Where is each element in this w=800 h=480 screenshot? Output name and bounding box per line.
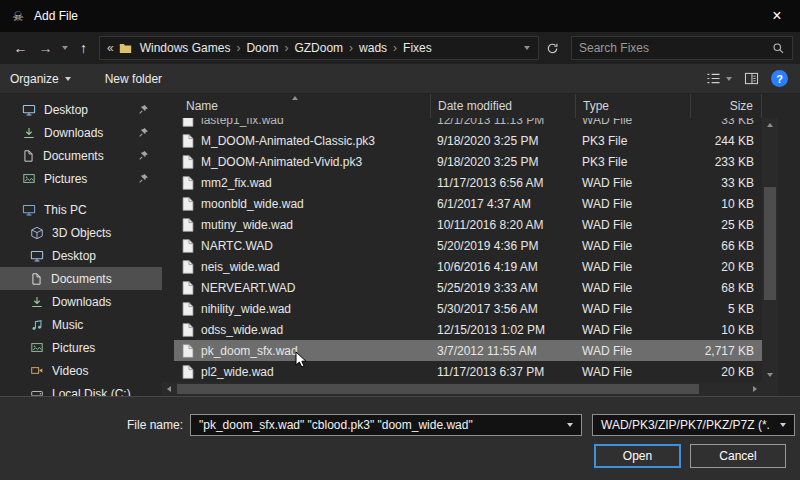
column-header-size[interactable]: Size [690, 94, 762, 118]
file-date: 11/17/2013 6:56 AM [430, 176, 575, 190]
breadcrumb-segment[interactable]: wads [353, 41, 393, 55]
table-row-selected[interactable]: pk_doom_sfx.wad3/7/2012 11:55 AMWAD File… [174, 340, 762, 361]
file-type-value[interactable]: WAD/PK3/ZIP/PK7/PKZ/P7Z (*. [593, 418, 772, 432]
pin-icon [138, 150, 149, 161]
file-size: 33 KB [690, 118, 762, 127]
close-button[interactable]: × [754, 0, 800, 32]
chevron-left-icon [167, 386, 171, 392]
table-row[interactable]: NERVEART.WAD5/25/2019 3:33 AMWAD File68 … [174, 277, 762, 298]
preview-pane-button[interactable] [744, 72, 759, 85]
sidebar-item-this-pc[interactable]: This PC [0, 198, 162, 221]
sidebar-item-pictures[interactable]: Pictures [0, 167, 162, 190]
view-list-icon [706, 72, 721, 85]
file-type-dropdown-button[interactable] [772, 423, 794, 427]
file-list-pane: Name Date modified Type Size lastep1_fix… [162, 94, 778, 396]
file-type: WAD File [575, 176, 690, 190]
table-row[interactable]: neis_wide.wad10/6/2016 4:19 AMWAD File20… [174, 256, 762, 277]
sidebar-item-local-disk-c[interactable]: Local Disk (C:) [0, 382, 162, 396]
table-row[interactable]: NARTC.WAD5/20/2019 4:36 PMWAD File66 KB [174, 235, 762, 256]
file-name: NARTC.WAD [201, 239, 273, 253]
breadcrumb-segment[interactable]: Fixes [397, 41, 438, 55]
sidebar-item-videos[interactable]: Videos [0, 359, 162, 382]
breadcrumb-segment[interactable]: Windows Games [134, 41, 237, 55]
recent-locations-button[interactable] [58, 35, 71, 61]
table-row[interactable]: moonbld_wide.wad6/1/2017 4:37 AMWAD File… [174, 193, 762, 214]
file-size: 25 KB [690, 218, 762, 232]
refresh-button[interactable] [539, 35, 565, 61]
scroll-up-button[interactable] [762, 118, 778, 132]
back-button[interactable]: ← [8, 35, 33, 61]
file-type-combobox[interactable]: WAD/PK3/ZIP/PK7/PKZ/P7Z (*. [592, 414, 795, 436]
sidebar-item-label: Downloads [44, 126, 103, 140]
address-dropdown-button[interactable] [516, 46, 538, 50]
file-size: 244 KB [690, 134, 762, 148]
file-name-dropdown-button[interactable] [559, 423, 581, 427]
file-size: 20 KB [690, 365, 762, 379]
cancel-button[interactable]: Cancel [690, 444, 786, 468]
title-bar: ☠ Add File × [0, 0, 800, 32]
up-button[interactable]: ↑ [71, 35, 96, 61]
sidebar-item-downloads[interactable]: Downloads [0, 121, 162, 144]
table-row[interactable]: mutiny_wide.wad10/11/2016 8:20 AMWAD Fil… [174, 214, 762, 235]
search-input[interactable] [579, 41, 772, 55]
file-size: 10 KB [690, 197, 762, 211]
sidebar-item-label: Music [52, 318, 83, 332]
file-icon [182, 155, 194, 169]
open-button[interactable]: Open [594, 444, 681, 468]
folder-icon [119, 42, 134, 54]
table-row[interactable]: M_DOOM-Animated-Vivid.pk39/18/2020 3:25 … [174, 151, 762, 172]
table-row[interactable]: nihility_wide.wad5/30/2017 3:56 AMWAD Fi… [174, 298, 762, 319]
desktop-icon [30, 249, 44, 263]
documents-icon [22, 149, 35, 163]
breadcrumb-segment[interactable]: Doom [240, 41, 284, 55]
chevron-down-icon [65, 77, 71, 81]
sidebar-item-desktop-pc[interactable]: Desktop [0, 244, 162, 267]
sidebar-item-pictures-pc[interactable]: Pictures [0, 336, 162, 359]
file-icon [182, 197, 194, 211]
file-icon [182, 344, 194, 358]
sidebar-item-documents-pc[interactable]: Documents [0, 267, 162, 290]
search-box[interactable] [571, 36, 793, 60]
file-type: WAD File [575, 239, 690, 253]
window-title: Add File [34, 9, 78, 23]
sidebar-item-3d-objects[interactable]: 3D Objects [0, 221, 162, 244]
sidebar-item-music[interactable]: Music [0, 313, 162, 336]
horizontal-scroll-thumb[interactable] [177, 384, 699, 394]
chevron-down-icon [62, 46, 68, 50]
column-header-type[interactable]: Type [575, 94, 690, 118]
sidebar-item-desktop[interactable]: Desktop [0, 98, 162, 121]
breadcrumb[interactable]: « Windows Games › Doom › GZDoom › wads ›… [99, 36, 539, 60]
table-row[interactable]: odss_wide.wad12/15/2013 1:02 PMWAD File1… [174, 319, 762, 340]
sort-ascending-icon [292, 96, 298, 100]
change-view-button[interactable] [706, 72, 732, 85]
file-name-value[interactable]: "pk_doom_sfx.wad" "cblood.pk3" "doom_wid… [191, 418, 559, 432]
forward-button[interactable]: → [33, 35, 58, 61]
breadcrumb-segment[interactable]: GZDoom [288, 41, 349, 55]
vertical-scroll-thumb[interactable] [764, 187, 776, 300]
horizontal-scrollbar[interactable] [162, 382, 762, 396]
table-row[interactable]: M_DOOM-Animated-Classic.pk39/18/2020 3:2… [174, 130, 762, 151]
scroll-down-button[interactable] [762, 368, 778, 382]
help-button[interactable]: ? [771, 70, 788, 87]
file-date: 9/18/2020 3:25 PM [430, 134, 575, 148]
sidebar-item-label: Documents [43, 149, 104, 163]
column-header-date-modified[interactable]: Date modified [430, 94, 575, 118]
search-icon [772, 42, 785, 55]
vertical-scrollbar[interactable] [762, 118, 778, 382]
file-type: WAD File [575, 197, 690, 211]
table-row[interactable]: pl2_wide.wad11/17/2013 6:37 PMWAD File20… [174, 361, 762, 382]
table-row[interactable]: lastep1_fix.wad12/1/2013 11:13 PMWAD Fil… [174, 118, 762, 130]
cube-icon [30, 226, 44, 240]
pictures-icon [22, 172, 36, 185]
scroll-right-button[interactable] [748, 382, 762, 396]
table-row[interactable]: mm2_fix.wad11/17/2013 6:56 AMWAD File33 … [174, 172, 762, 193]
sidebar-item-documents[interactable]: Documents [0, 144, 162, 167]
new-folder-button[interactable]: New folder [95, 64, 172, 94]
chevron-down-icon [780, 423, 786, 427]
organize-button[interactable]: Organize [0, 64, 81, 94]
sidebar-item-downloads-pc[interactable]: Downloads [0, 290, 162, 313]
scroll-left-button[interactable] [162, 382, 176, 396]
chevron-down-icon [567, 423, 573, 427]
file-name-combobox[interactable]: "pk_doom_sfx.wad" "cblood.pk3" "doom_wid… [190, 414, 582, 436]
breadcrumb-overflow-icon[interactable]: « [100, 41, 119, 55]
